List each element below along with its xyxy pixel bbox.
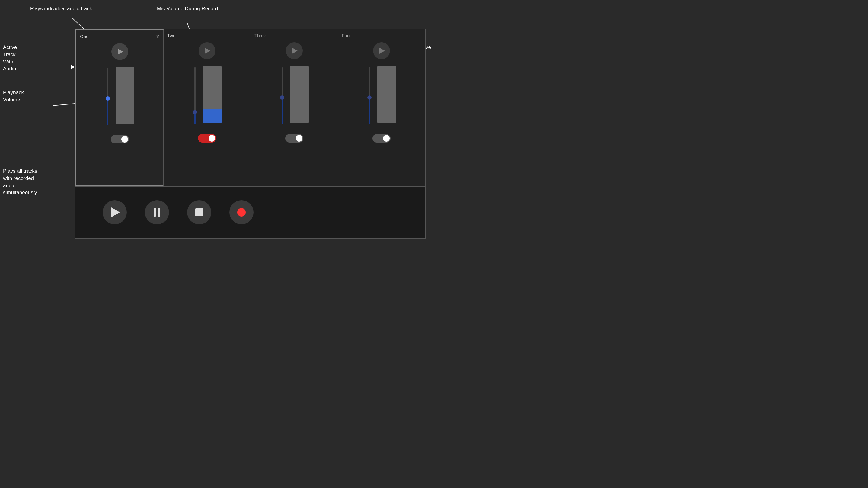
- annotation-active-track: ActiveTrackWithAudio: [3, 44, 17, 73]
- svg-marker-5: [71, 65, 75, 69]
- annotation-mic-volume: Mic Volume During Record: [157, 5, 218, 12]
- track-four-play-btn[interactable]: [373, 42, 390, 59]
- track-two-record-toggle[interactable]: [198, 134, 216, 143]
- delete-icon-track-one[interactable]: 🗑: [155, 34, 160, 39]
- track-three-name: Three: [254, 33, 266, 38]
- track-three: Three: [251, 29, 338, 186]
- global-play-button[interactable]: [103, 200, 127, 224]
- track-one-volume-fill: [107, 99, 108, 125]
- track-one-volume-handle[interactable]: [105, 96, 110, 101]
- pause-icon: [154, 208, 160, 217]
- track-four: Four: [338, 29, 425, 186]
- track-three-mic-slider[interactable]: [290, 66, 309, 123]
- track-two: Two: [163, 29, 251, 186]
- track-one: One 🗑: [75, 29, 163, 186]
- transport-section: [75, 186, 425, 238]
- pause-button[interactable]: [145, 200, 169, 224]
- stop-icon: [195, 208, 203, 216]
- track-three-play-btn[interactable]: [286, 42, 303, 59]
- play-icon: [112, 207, 120, 217]
- track-three-volume-handle[interactable]: [280, 95, 284, 99]
- track-four-volume-slider[interactable]: [367, 67, 372, 124]
- track-three-volume-slider[interactable]: [280, 67, 285, 124]
- track-two-volume-slider[interactable]: [192, 67, 197, 124]
- track-one-volume-slider[interactable]: [105, 68, 110, 125]
- stop-button[interactable]: [187, 200, 211, 224]
- annotation-playback-volume: PlaybackVolume: [3, 89, 24, 104]
- track-one-record-toggle[interactable]: [111, 135, 129, 143]
- track-two-play-btn[interactable]: [198, 42, 216, 59]
- track-one-mic-slider[interactable]: [116, 67, 134, 124]
- track-four-mic-slider[interactable]: [377, 66, 396, 123]
- track-four-name: Four: [342, 33, 351, 38]
- annotation-plays-individual: Plays individual audio track: [30, 5, 92, 12]
- track-four-record-toggle[interactable]: [372, 134, 391, 143]
- track-one-name: One: [80, 34, 88, 39]
- record-dot-icon: [237, 208, 246, 217]
- track-two-mic-slider[interactable]: [203, 66, 221, 123]
- track-four-volume-handle[interactable]: [367, 95, 372, 99]
- track-two-name: Two: [167, 33, 176, 38]
- track-three-record-toggle[interactable]: [285, 134, 303, 143]
- track-one-play-btn[interactable]: [112, 43, 128, 60]
- track-two-volume-handle[interactable]: [193, 110, 197, 114]
- annotation-plays-all: Plays all trackswith recordedaudiosimult…: [3, 168, 37, 196]
- record-button[interactable]: [229, 200, 253, 224]
